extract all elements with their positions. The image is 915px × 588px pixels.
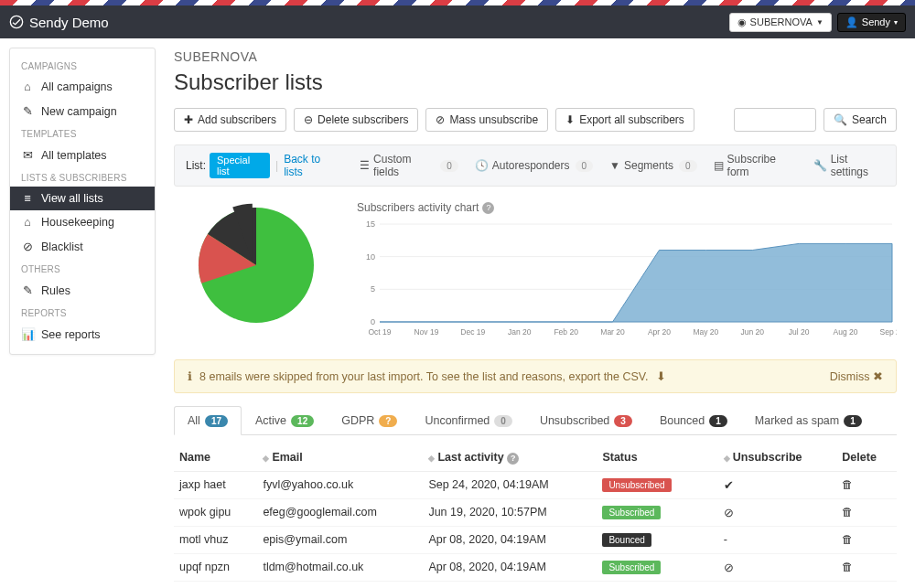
tab-active[interactable]: Active12 (242, 406, 328, 434)
search-input[interactable] (734, 108, 816, 132)
search-button[interactable]: 🔍Search (824, 108, 897, 132)
export-all-button[interactable]: ⬇Export all subscribers (555, 108, 694, 132)
table-row[interactable]: upqf npzntldm@hotmail.co.ukApr 08, 2020,… (174, 553, 897, 581)
activity-chart-svg: 051015Oct 19Nov 19Dec 19Jan 20Feb 20Mar … (357, 219, 897, 338)
cell-last-activity: Apr 08, 2020, 04:19AM (423, 526, 597, 553)
tab-label: Bounced (660, 414, 705, 427)
brand-text: Sendy Demo (29, 15, 109, 30)
cell-unsubscribe[interactable]: ✔ (718, 471, 837, 498)
svg-text:Oct 19: Oct 19 (368, 327, 391, 337)
subscribers-table: Name ◆Email ◆Last activity ? Status ◆Uns… (174, 444, 897, 588)
col-name[interactable]: Name (174, 444, 257, 471)
cell-unsubscribe[interactable]: ⊘ (718, 553, 837, 581)
tab-bounced[interactable]: Bounced1 (646, 406, 741, 434)
trash-icon: 🗑 (842, 561, 854, 573)
action-toolbar: ✚Add subscribers ⊖Delete subscribers ⊘Ma… (174, 108, 897, 132)
list-icon: ☰ (360, 159, 370, 172)
add-subscribers-button[interactable]: ✚Add subscribers (174, 108, 286, 132)
svg-text:May 20: May 20 (693, 327, 718, 337)
sidebar-item-all-campaigns[interactable]: ⌂All campaigns (10, 75, 155, 99)
download-icon: ⬇ (565, 113, 575, 126)
sidebar-item-housekeeping[interactable]: ⌂Housekeeping (10, 210, 155, 234)
download-csv-icon[interactable]: ⬇ (656, 369, 666, 383)
dismiss-alert-button[interactable]: Dismiss ✖ (830, 369, 883, 383)
svg-text:Aug 20: Aug 20 (834, 327, 858, 337)
delete-subscribers-button[interactable]: ⊖Delete subscribers (294, 108, 418, 132)
brand-logo[interactable]: Sendy Demo (9, 15, 109, 30)
help-icon[interactable]: ? (507, 453, 519, 465)
sidebar-item-all-templates[interactable]: ✉All templates (10, 143, 155, 167)
cell-delete[interactable]: 🗑 (836, 553, 897, 581)
wrench-icon: 🔧 (813, 159, 827, 172)
table-row[interactable]: mqek siuhrwke@asia.comApr 08, 2020, 04:1… (174, 581, 897, 588)
cell-unsubscribe[interactable]: - (718, 526, 837, 553)
cell-delete[interactable]: 🗑 (836, 498, 897, 526)
status-badge: Subscribed (602, 506, 661, 519)
table-row[interactable]: motl vhuzepis@ymail.comApr 08, 2020, 04:… (174, 526, 897, 553)
sidebar-item-view-all-lists[interactable]: ≡View all lists (10, 187, 155, 210)
activity-chart: Subscribers activity chart ? 051015Oct 1… (357, 201, 897, 341)
activity-chart-title: Subscribers activity chart (357, 201, 479, 214)
col-unsubscribe[interactable]: ◆Unsubscribe (718, 444, 837, 471)
autoresponders-label: Autoresponders (492, 159, 570, 172)
brand-icon (9, 15, 24, 29)
workspace-dropdown[interactable]: ◉ SUBERNOVA ▼ (729, 13, 832, 32)
sidebar-item-label: Rules (41, 284, 70, 297)
segments-link[interactable]: ▼ Segments 0 (609, 159, 696, 172)
help-icon[interactable]: ? (482, 202, 494, 214)
tab-all[interactable]: All17 (174, 406, 242, 435)
list-settings-link[interactable]: 🔧 List settings (813, 153, 885, 178)
custom-fields-link[interactable]: ☰ Custom fields 0 (360, 153, 458, 178)
tab-unconfirmed[interactable]: Unconfirmed0 (411, 406, 525, 434)
back-to-lists-link[interactable]: Back to lists (284, 153, 339, 178)
cell-delete[interactable]: 🗑 (836, 471, 897, 498)
sidebar-item-label: New campaign (41, 105, 117, 118)
table-row[interactable]: wpok gipuefeg@googlemail.comJun 19, 2020… (174, 498, 897, 526)
sidebar-item-see-reports[interactable]: 📊See reports (10, 322, 155, 347)
subscribe-form-link[interactable]: ▤ Subscribe form (714, 153, 797, 178)
delete-subscribers-label: Delete subscribers (318, 113, 408, 126)
table-row[interactable]: jaxp haetfyvl@yahoo.co.ukSep 24, 2020, 0… (174, 471, 897, 498)
sidebar-item-label: All templates (41, 149, 107, 162)
sidebar-item-label: See reports (41, 328, 101, 341)
sidebar-item-rules[interactable]: ✎Rules (10, 278, 155, 303)
cell-unsubscribe[interactable]: ⊘ (718, 498, 837, 526)
sort-icon: ◆ (428, 454, 435, 463)
tab-gdpr[interactable]: GDPR? (328, 406, 411, 434)
col-delete: Delete (836, 444, 897, 471)
mass-unsubscribe-button[interactable]: ⊘Mass unsubscribe (425, 108, 548, 132)
sidebar-heading: REPORTS (10, 303, 155, 322)
svg-text:5: 5 (371, 284, 375, 294)
sidebar-item-label: Blacklist (41, 241, 83, 253)
search-button-label: Search (852, 113, 887, 126)
sidebar-item-label: Housekeeping (41, 216, 114, 229)
cell-last-activity: Apr 08, 2020, 04:19AM (423, 553, 597, 581)
svg-text:Jun 20: Jun 20 (741, 327, 765, 337)
list-name-badge[interactable]: Special list (210, 153, 270, 178)
sidebar-item-label: View all lists (41, 192, 103, 205)
col-last-activity[interactable]: ◆Last activity ? (423, 444, 597, 471)
export-all-label: Export all subscribers (579, 113, 684, 126)
tab-unsubscribed[interactable]: Unsubscribed3 (526, 406, 646, 434)
col-status-label: Status (602, 451, 637, 464)
tab-label: Marked as spam (755, 414, 839, 427)
sidebar-item-blacklist[interactable]: ⊘Blacklist (10, 234, 155, 259)
svg-text:Sep 20: Sep 20 (880, 327, 897, 337)
cell-delete[interactable]: 🗑 (836, 526, 897, 553)
svg-text:Feb 20: Feb 20 (554, 327, 578, 337)
sidebar-heading: CAMPAIGNS (10, 56, 155, 75)
sidebar: CAMPAIGNS⌂All campaigns✎New campaignTEMP… (9, 48, 156, 355)
svg-text:Dec 19: Dec 19 (460, 327, 485, 337)
col-email[interactable]: ◆Email (257, 444, 423, 471)
list-settings-label: List settings (831, 153, 885, 178)
autoresponders-link[interactable]: 🕓 Autoresponders 0 (475, 159, 593, 172)
tab-marked-as-spam[interactable]: Marked as spam1 (741, 406, 876, 434)
user-dropdown[interactable]: 👤 Sendy ▾ (837, 13, 906, 32)
tab-count-badge: 3 (614, 415, 632, 427)
svg-text:0: 0 (371, 317, 375, 326)
pie-chart (174, 201, 339, 329)
cell-email: tldm@hotmail.co.uk (257, 553, 423, 581)
cell-delete[interactable]: 🗑 (836, 581, 897, 588)
cell-unsubscribe[interactable]: ⊘ (718, 581, 837, 588)
sidebar-item-new-campaign[interactable]: ✎New campaign (10, 99, 155, 123)
